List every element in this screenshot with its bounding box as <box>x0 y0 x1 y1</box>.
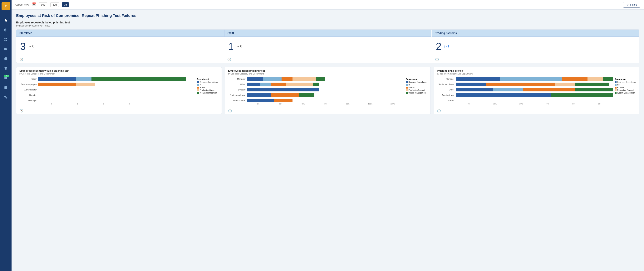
legend-item-production-1: Production Support <box>197 89 218 91</box>
card-change-swift: → 0 <box>236 44 242 48</box>
legend-label-product-3: Product <box>617 86 624 88</box>
chart-body-2: Employees failed phishing test by Job Ti… <box>225 67 430 107</box>
legend-item-business-3: Business Consultancy <box>614 81 636 83</box>
x-tick-40pct-3: 40% <box>560 103 586 105</box>
swatch-hr-1 <box>197 84 199 86</box>
summary-card-pii: PII-related 3 → 0 🕐 <box>16 29 224 63</box>
x-tick-5: 5 <box>169 103 195 105</box>
legend-label-production-3: Production Support <box>617 89 634 91</box>
seg-product-sen-2 <box>270 93 299 97</box>
bar-track-director-1 <box>38 93 195 97</box>
content-area: Employees at Risk of Compromise: Repeat … <box>12 9 644 271</box>
seg-business-2 <box>247 77 263 81</box>
legend-item-hr-2: HR <box>406 84 427 86</box>
bar-track-manager-2 <box>247 77 404 81</box>
seg-wealth-sen-2 <box>299 93 314 97</box>
bar-label-director-2: Director <box>228 88 246 91</box>
chart-bars-2: Manager <box>228 77 404 105</box>
bar-label-other-3: Other <box>437 88 454 91</box>
filter-icon <box>626 3 629 6</box>
chart-sub-1: by Job Title Category and Department <box>20 73 218 75</box>
swatch-product-3 <box>614 87 616 88</box>
seg-production-senior-1 <box>76 83 95 86</box>
chart-footer-1: 🕐 <box>16 107 222 114</box>
charts-row: Employees repeatedly failed phishing tes… <box>16 67 640 114</box>
swatch-wealth-2 <box>406 92 408 94</box>
sidebar-item-monitor[interactable] <box>2 26 10 34</box>
card-header-pii: PII-related <box>16 29 224 37</box>
card-header-swift: Swift <box>224 29 432 37</box>
seg-wealth-2 <box>316 77 325 81</box>
bar-row-other-1: Other <box>20 77 195 81</box>
btn-90d[interactable]: 90d <box>39 2 48 7</box>
page-title: Employees at Risk of Compromise: Repeat … <box>16 13 640 18</box>
summary-cards-row: PII-related 3 → 0 🕐 Swift <box>16 29 640 63</box>
seg-product-mgr-3 <box>562 77 588 81</box>
card-body-trading: 2 ↓ -1 <box>432 37 639 56</box>
sidebar-item-mail[interactable] <box>2 45 10 53</box>
arrow-icon-trading: ↓ <box>444 44 446 48</box>
bar-chart-3: Manager <box>437 77 613 102</box>
card-body-swift: 1 → 0 <box>224 37 432 56</box>
legend-label-business-3: Business Consultancy <box>617 81 636 83</box>
chart-title-2: Employees failed phishing test <box>228 69 427 72</box>
seg-business-mgr-3 <box>456 77 500 81</box>
swatch-production-1 <box>197 89 199 91</box>
change-value-swift: 0 <box>240 44 242 48</box>
date-picker[interactable]: 📅 <box>32 2 36 7</box>
seg-product-other-2 <box>270 83 286 86</box>
seg-hr-2 <box>263 77 282 81</box>
sidebar-item-new-grid[interactable]: NEW <box>2 74 10 82</box>
seg-production-sen-3 <box>555 83 575 86</box>
legend-label-wealth-2: Wealth Management <box>408 92 426 94</box>
seg-product-sen-3 <box>486 83 555 86</box>
chart-content-1: Other Senior employee <box>20 77 218 105</box>
sidebar-item-home[interactable] <box>2 16 10 24</box>
bar-label-other-1: Other <box>20 78 37 80</box>
legend-item-product-2: Product <box>406 86 427 88</box>
bar-row-senior-1: Senior employee <box>20 83 195 86</box>
sidebar-item-dashboard[interactable] <box>2 35 10 44</box>
bar-label-director-1: Director <box>20 94 37 96</box>
clock-icon-chart-3: 🕐 <box>437 109 441 112</box>
btn-30d[interactable]: 30d <box>50 2 59 7</box>
legend-title-1: Department <box>197 78 218 80</box>
btn-7d[interactable]: 7d <box>62 2 69 7</box>
seg-business-sen-3 <box>456 83 486 86</box>
clock-icon-chart-2: 🕐 <box>228 109 232 112</box>
card-change-trading: ↓ -1 <box>444 44 449 48</box>
legend-label-wealth-1: Wealth Management <box>200 92 217 94</box>
x-tick-100pct-2: 100% <box>359 103 382 105</box>
summary-section: Employees repeatedly failed phishing tes… <box>16 21 640 63</box>
arrow-icon-swift: → <box>236 44 240 48</box>
swatch-hr-3 <box>614 84 616 86</box>
filters-button[interactable]: Filters <box>623 2 640 7</box>
sidebar-item-tools[interactable] <box>2 93 10 101</box>
swatch-business-1 <box>197 81 199 83</box>
sidebar-brand[interactable]: P <box>2 2 10 10</box>
legend-2: Department Business Consultancy HR Produ… <box>406 77 427 94</box>
bar-track-other-2 <box>247 83 404 86</box>
card-change-pii: → 0 <box>28 44 34 48</box>
sidebar-item-checklist[interactable] <box>2 83 10 92</box>
card-number-trading: 2 <box>436 41 442 51</box>
seg-business-sen-2 <box>247 93 270 97</box>
summary-section-sub: by Business Process over 7 days <box>16 24 640 27</box>
sidebar-item-database[interactable] <box>2 54 10 63</box>
legend-1: Department Business Consultancy HR Produ… <box>197 77 218 94</box>
chart-panel-1: Employees repeatedly failed phishing tes… <box>16 67 222 114</box>
bar-row-manager-1: Manager <box>20 99 195 102</box>
bar-label-other-2: Other <box>228 83 246 85</box>
sidebar-item-trophy[interactable] <box>2 64 10 73</box>
bar-track-other-1 <box>38 77 195 81</box>
bar-row-director-2: Director <box>228 88 404 91</box>
bar-label-senior-1: Senior employee <box>20 83 37 85</box>
seg-business-dir-2 <box>247 88 319 91</box>
chart-bars-1: Other Senior employee <box>20 77 195 105</box>
bar-track-manager-1 <box>38 99 195 102</box>
bar-row-other-2: Other <box>228 83 404 86</box>
legend-item-wealth-2: Wealth Management <box>406 92 427 94</box>
legend-label-product-1: Product <box>200 86 206 88</box>
chart-sub-3: by Job Title Category and Department <box>437 73 636 75</box>
seg-production-mgr-3 <box>588 77 603 81</box>
